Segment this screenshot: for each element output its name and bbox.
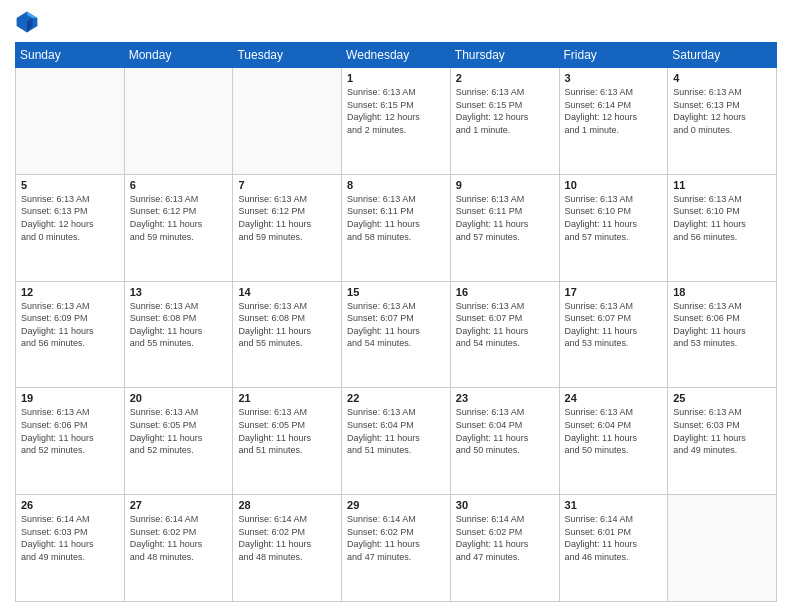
day-number: 1: [347, 72, 445, 84]
day-info: Sunrise: 6:13 AM Sunset: 6:13 PM Dayligh…: [673, 86, 771, 136]
day-info: Sunrise: 6:13 AM Sunset: 6:13 PM Dayligh…: [21, 193, 119, 243]
weekday-header: Monday: [124, 43, 233, 68]
calendar: SundayMondayTuesdayWednesdayThursdayFrid…: [15, 42, 777, 602]
calendar-cell: 1Sunrise: 6:13 AM Sunset: 6:15 PM Daylig…: [342, 68, 451, 175]
day-number: 18: [673, 286, 771, 298]
day-info: Sunrise: 6:13 AM Sunset: 6:14 PM Dayligh…: [565, 86, 663, 136]
day-info: Sunrise: 6:13 AM Sunset: 6:09 PM Dayligh…: [21, 300, 119, 350]
day-info: Sunrise: 6:13 AM Sunset: 6:11 PM Dayligh…: [456, 193, 554, 243]
day-number: 20: [130, 392, 228, 404]
day-info: Sunrise: 6:13 AM Sunset: 6:07 PM Dayligh…: [565, 300, 663, 350]
day-number: 23: [456, 392, 554, 404]
calendar-cell: 30Sunrise: 6:14 AM Sunset: 6:02 PM Dayli…: [450, 495, 559, 602]
day-info: Sunrise: 6:13 AM Sunset: 6:04 PM Dayligh…: [456, 406, 554, 456]
day-number: 16: [456, 286, 554, 298]
day-number: 19: [21, 392, 119, 404]
day-number: 14: [238, 286, 336, 298]
day-number: 4: [673, 72, 771, 84]
calendar-cell: 29Sunrise: 6:14 AM Sunset: 6:02 PM Dayli…: [342, 495, 451, 602]
day-info: Sunrise: 6:13 AM Sunset: 6:10 PM Dayligh…: [565, 193, 663, 243]
logo: [15, 10, 43, 34]
day-info: Sunrise: 6:13 AM Sunset: 6:12 PM Dayligh…: [238, 193, 336, 243]
day-number: 28: [238, 499, 336, 511]
weekday-header: Sunday: [16, 43, 125, 68]
calendar-cell: [668, 495, 777, 602]
calendar-cell: [16, 68, 125, 175]
weekday-header: Saturday: [668, 43, 777, 68]
calendar-cell: 11Sunrise: 6:13 AM Sunset: 6:10 PM Dayli…: [668, 174, 777, 281]
day-info: Sunrise: 6:13 AM Sunset: 6:11 PM Dayligh…: [347, 193, 445, 243]
calendar-cell: 25Sunrise: 6:13 AM Sunset: 6:03 PM Dayli…: [668, 388, 777, 495]
calendar-cell: 21Sunrise: 6:13 AM Sunset: 6:05 PM Dayli…: [233, 388, 342, 495]
day-number: 17: [565, 286, 663, 298]
day-info: Sunrise: 6:14 AM Sunset: 6:02 PM Dayligh…: [456, 513, 554, 563]
calendar-cell: [233, 68, 342, 175]
day-number: 15: [347, 286, 445, 298]
day-number: 10: [565, 179, 663, 191]
page: SundayMondayTuesdayWednesdayThursdayFrid…: [0, 0, 792, 612]
calendar-cell: 2Sunrise: 6:13 AM Sunset: 6:15 PM Daylig…: [450, 68, 559, 175]
day-number: 27: [130, 499, 228, 511]
calendar-week-row: 26Sunrise: 6:14 AM Sunset: 6:03 PM Dayli…: [16, 495, 777, 602]
calendar-cell: 19Sunrise: 6:13 AM Sunset: 6:06 PM Dayli…: [16, 388, 125, 495]
day-info: Sunrise: 6:13 AM Sunset: 6:15 PM Dayligh…: [347, 86, 445, 136]
day-number: 5: [21, 179, 119, 191]
day-info: Sunrise: 6:13 AM Sunset: 6:07 PM Dayligh…: [456, 300, 554, 350]
day-info: Sunrise: 6:13 AM Sunset: 6:05 PM Dayligh…: [130, 406, 228, 456]
day-number: 24: [565, 392, 663, 404]
day-info: Sunrise: 6:13 AM Sunset: 6:12 PM Dayligh…: [130, 193, 228, 243]
day-number: 26: [21, 499, 119, 511]
day-number: 31: [565, 499, 663, 511]
day-info: Sunrise: 6:13 AM Sunset: 6:05 PM Dayligh…: [238, 406, 336, 456]
day-number: 22: [347, 392, 445, 404]
logo-icon: [15, 10, 39, 34]
calendar-cell: [124, 68, 233, 175]
day-number: 2: [456, 72, 554, 84]
calendar-cell: 5Sunrise: 6:13 AM Sunset: 6:13 PM Daylig…: [16, 174, 125, 281]
day-info: Sunrise: 6:13 AM Sunset: 6:08 PM Dayligh…: [130, 300, 228, 350]
day-info: Sunrise: 6:14 AM Sunset: 6:01 PM Dayligh…: [565, 513, 663, 563]
calendar-cell: 8Sunrise: 6:13 AM Sunset: 6:11 PM Daylig…: [342, 174, 451, 281]
calendar-week-row: 19Sunrise: 6:13 AM Sunset: 6:06 PM Dayli…: [16, 388, 777, 495]
weekday-header: Thursday: [450, 43, 559, 68]
day-info: Sunrise: 6:13 AM Sunset: 6:10 PM Dayligh…: [673, 193, 771, 243]
calendar-cell: 7Sunrise: 6:13 AM Sunset: 6:12 PM Daylig…: [233, 174, 342, 281]
calendar-cell: 17Sunrise: 6:13 AM Sunset: 6:07 PM Dayli…: [559, 281, 668, 388]
calendar-cell: 9Sunrise: 6:13 AM Sunset: 6:11 PM Daylig…: [450, 174, 559, 281]
calendar-cell: 14Sunrise: 6:13 AM Sunset: 6:08 PM Dayli…: [233, 281, 342, 388]
calendar-cell: 6Sunrise: 6:13 AM Sunset: 6:12 PM Daylig…: [124, 174, 233, 281]
day-number: 11: [673, 179, 771, 191]
day-number: 29: [347, 499, 445, 511]
header: [15, 10, 777, 34]
calendar-cell: 16Sunrise: 6:13 AM Sunset: 6:07 PM Dayli…: [450, 281, 559, 388]
day-info: Sunrise: 6:13 AM Sunset: 6:07 PM Dayligh…: [347, 300, 445, 350]
day-info: Sunrise: 6:14 AM Sunset: 6:02 PM Dayligh…: [347, 513, 445, 563]
calendar-cell: 24Sunrise: 6:13 AM Sunset: 6:04 PM Dayli…: [559, 388, 668, 495]
day-info: Sunrise: 6:13 AM Sunset: 6:08 PM Dayligh…: [238, 300, 336, 350]
day-info: Sunrise: 6:13 AM Sunset: 6:03 PM Dayligh…: [673, 406, 771, 456]
calendar-cell: 20Sunrise: 6:13 AM Sunset: 6:05 PM Dayli…: [124, 388, 233, 495]
weekday-header: Friday: [559, 43, 668, 68]
day-info: Sunrise: 6:13 AM Sunset: 6:04 PM Dayligh…: [565, 406, 663, 456]
calendar-cell: 27Sunrise: 6:14 AM Sunset: 6:02 PM Dayli…: [124, 495, 233, 602]
calendar-cell: 18Sunrise: 6:13 AM Sunset: 6:06 PM Dayli…: [668, 281, 777, 388]
day-info: Sunrise: 6:14 AM Sunset: 6:02 PM Dayligh…: [130, 513, 228, 563]
calendar-cell: 12Sunrise: 6:13 AM Sunset: 6:09 PM Dayli…: [16, 281, 125, 388]
day-number: 21: [238, 392, 336, 404]
calendar-cell: 15Sunrise: 6:13 AM Sunset: 6:07 PM Dayli…: [342, 281, 451, 388]
calendar-week-row: 12Sunrise: 6:13 AM Sunset: 6:09 PM Dayli…: [16, 281, 777, 388]
calendar-cell: 23Sunrise: 6:13 AM Sunset: 6:04 PM Dayli…: [450, 388, 559, 495]
calendar-cell: 31Sunrise: 6:14 AM Sunset: 6:01 PM Dayli…: [559, 495, 668, 602]
calendar-cell: 10Sunrise: 6:13 AM Sunset: 6:10 PM Dayli…: [559, 174, 668, 281]
day-info: Sunrise: 6:13 AM Sunset: 6:04 PM Dayligh…: [347, 406, 445, 456]
day-number: 8: [347, 179, 445, 191]
day-info: Sunrise: 6:14 AM Sunset: 6:02 PM Dayligh…: [238, 513, 336, 563]
day-info: Sunrise: 6:13 AM Sunset: 6:06 PM Dayligh…: [673, 300, 771, 350]
calendar-cell: 22Sunrise: 6:13 AM Sunset: 6:04 PM Dayli…: [342, 388, 451, 495]
day-number: 30: [456, 499, 554, 511]
weekday-header: Wednesday: [342, 43, 451, 68]
calendar-cell: 26Sunrise: 6:14 AM Sunset: 6:03 PM Dayli…: [16, 495, 125, 602]
calendar-week-row: 1Sunrise: 6:13 AM Sunset: 6:15 PM Daylig…: [16, 68, 777, 175]
day-number: 6: [130, 179, 228, 191]
day-number: 3: [565, 72, 663, 84]
